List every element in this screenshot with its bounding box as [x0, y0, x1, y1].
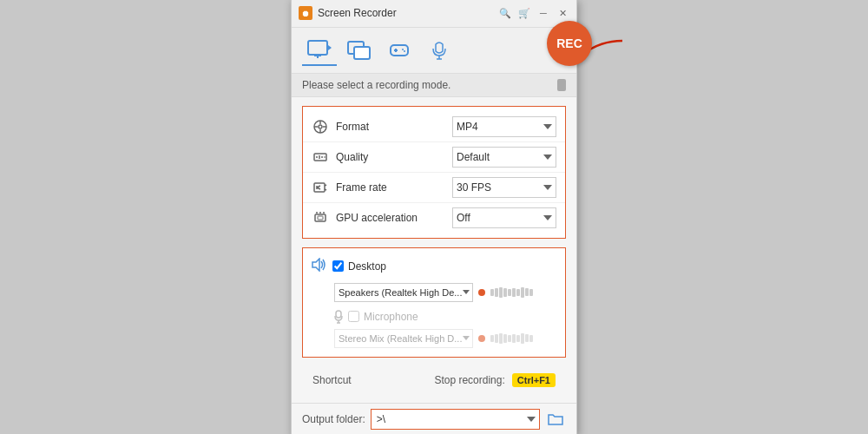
svg-marker-36 [312, 259, 319, 271]
svol-bar-9 [525, 334, 529, 342]
speakers-device-row: Speakers (Realtek High De... [303, 279, 565, 306]
svol-bar-3 [499, 333, 503, 344]
svg-point-15 [319, 125, 322, 128]
stereo-mix-select[interactable]: Stereo Mix (Realtek High D... [334, 329, 473, 348]
stereo-volume-bars [490, 333, 556, 344]
output-folder-row: Output folder: >\ [292, 403, 576, 435]
cart-button[interactable]: 🛒 [517, 6, 531, 20]
browse-folder-button[interactable] [545, 409, 566, 430]
quality-row: Quality Default High Medium Low [303, 142, 565, 173]
svol-bar-2 [495, 334, 498, 343]
vol-bar-1 [490, 289, 494, 296]
svol-bar-10 [529, 335, 533, 342]
vol-bar-5 [508, 289, 511, 296]
vol-bar-3 [499, 287, 503, 298]
svg-point-10 [404, 50, 405, 52]
svg-line-26 [325, 185, 326, 186]
gpu-select[interactable]: Off On [452, 207, 556, 228]
audio-section-icon [312, 258, 327, 275]
svg-rect-0 [308, 41, 327, 55]
shortcut-row: Shortcut Stop recording: Ctrl+F1 [302, 366, 566, 394]
output-folder-select[interactable]: >\ [371, 409, 540, 430]
title-bar: ⏺ Screen Recorder 🔍 🛒 ─ ✕ [292, 0, 576, 28]
app-title: Screen Recorder [318, 7, 498, 19]
svol-bar-5 [508, 335, 511, 342]
svol-bar-1 [490, 335, 494, 342]
shortcut-key-badge: Ctrl+F1 [512, 373, 556, 387]
format-icon [312, 118, 329, 135]
framerate-row: Frame rate 30 FPS 24 FPS 60 FPS 15 FPS [303, 173, 565, 203]
audio-record-button[interactable] [422, 35, 457, 66]
format-select[interactable]: MP4 AVI MOV FLV [452, 116, 556, 137]
quality-label: Quality [336, 151, 445, 163]
toolbar: REC [292, 28, 576, 74]
mode-text: Please select a recording mode. [302, 79, 450, 91]
search-button[interactable]: 🔍 [498, 6, 512, 20]
stereo-mix-device-row: Stereo Mix (Realtek High D... [303, 326, 565, 352]
svg-rect-37 [336, 311, 341, 318]
shortcut-label: Shortcut [312, 374, 352, 386]
gpu-row: GPU acceleration Off On [303, 203, 565, 233]
speakers-select[interactable]: Speakers (Realtek High De... [334, 283, 473, 302]
vol-bar-4 [503, 288, 507, 297]
svg-rect-6 [391, 45, 408, 56]
desktop-checkbox-label[interactable]: Desktop [332, 260, 386, 273]
desktop-checkbox[interactable] [332, 260, 344, 272]
stop-recording-label: Stop recording: [434, 374, 504, 386]
vol-bar-6 [512, 288, 516, 297]
svg-rect-25 [314, 183, 325, 192]
speakers-volume-dot [478, 289, 485, 296]
vol-bar-10 [529, 289, 533, 296]
framerate-select[interactable]: 30 FPS 24 FPS 60 FPS 15 FPS [452, 177, 556, 198]
scroll-indicator[interactable] [557, 79, 566, 91]
vol-bar-2 [495, 288, 498, 297]
svg-rect-31 [315, 214, 326, 221]
screen-record-button[interactable] [302, 35, 337, 66]
game-record-button[interactable] [382, 35, 417, 66]
gpu-icon [312, 209, 329, 227]
svg-rect-32 [318, 216, 323, 220]
main-window: ⏺ Screen Recorder 🔍 🛒 ─ ✕ [291, 0, 577, 434]
quality-select[interactable]: Default High Medium Low [452, 147, 556, 168]
vol-bar-7 [516, 289, 520, 296]
quality-icon [312, 148, 329, 166]
speakers-volume-bars [490, 287, 556, 298]
mode-bar: Please select a recording mode. [292, 74, 576, 97]
window-controls: 🔍 🛒 ─ ✕ [498, 6, 569, 20]
framerate-label: Frame rate [336, 181, 445, 194]
window-record-button[interactable] [342, 35, 377, 66]
app-icon: ⏺ [299, 6, 312, 20]
rec-button[interactable]: REC [547, 21, 592, 66]
audio-settings-section: Desktop Speakers (Realtek High De... [302, 247, 566, 358]
audio-header: Desktop [303, 253, 565, 279]
svol-bar-8 [521, 333, 524, 344]
microphone-icon [334, 310, 343, 324]
svg-marker-3 [328, 45, 332, 50]
video-settings-section: Format MP4 AVI MOV FLV [302, 106, 566, 239]
vol-bar-8 [521, 287, 524, 298]
svol-bar-7 [516, 335, 520, 342]
svg-point-9 [402, 49, 404, 50]
minimize-button[interactable]: ─ [536, 6, 550, 20]
svol-bar-4 [503, 334, 507, 343]
format-row: Format MP4 AVI MOV FLV [303, 112, 565, 142]
svg-line-27 [325, 189, 326, 190]
output-label: Output folder: [302, 413, 365, 425]
microphone-checkbox-label[interactable]: Microphone [348, 311, 418, 323]
svol-bar-6 [512, 334, 516, 343]
format-label: Format [336, 121, 445, 133]
framerate-icon [312, 179, 329, 196]
microphone-checkbox[interactable] [348, 311, 359, 322]
content-area: Format MP4 AVI MOV FLV [292, 97, 576, 403]
microphone-row: Microphone [303, 306, 565, 326]
vol-bar-9 [525, 288, 529, 296]
close-button[interactable]: ✕ [556, 6, 569, 20]
svg-rect-5 [354, 47, 370, 59]
gpu-label: GPU acceleration [336, 212, 445, 224]
stereo-volume-dot [478, 335, 485, 342]
